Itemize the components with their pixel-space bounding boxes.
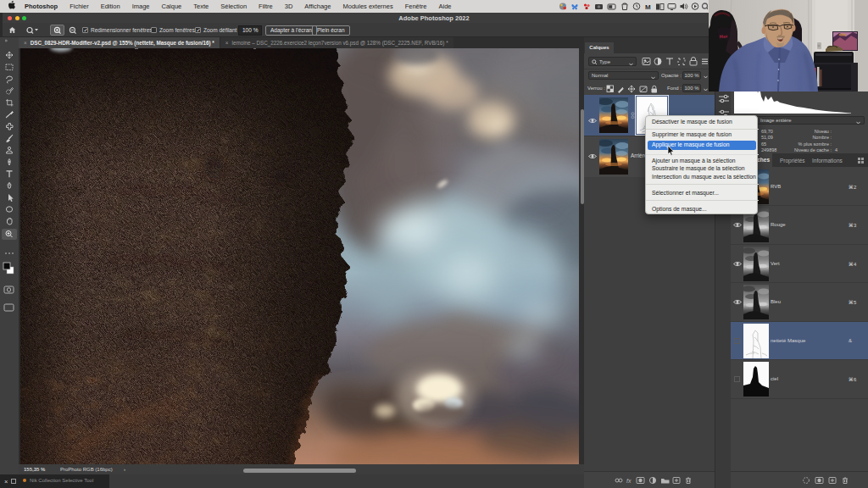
svg-text:fx: fx <box>626 478 632 484</box>
svg-text:Max: Max <box>720 33 728 39</box>
svg-text:M: M <box>645 3 651 11</box>
